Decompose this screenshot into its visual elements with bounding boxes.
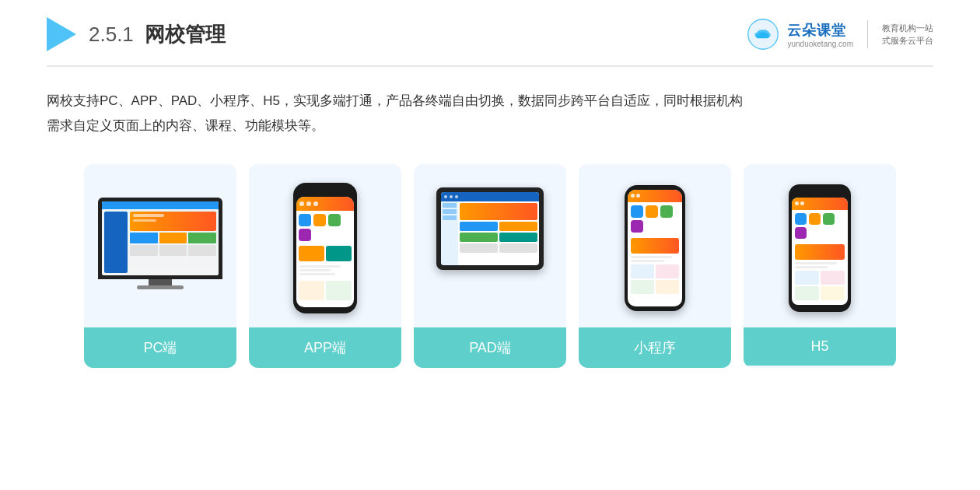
tablet-grid: [460, 222, 537, 253]
h5-icon3: [823, 213, 835, 225]
app-icon-row: [296, 211, 354, 244]
h5-card2: [821, 271, 845, 285]
card-h5: H5: [744, 164, 896, 368]
h5-phone-notch: [810, 191, 829, 194]
miniprogram-card2: [656, 264, 679, 278]
pc-banner-text1: [133, 214, 164, 217]
app-text-line1: [299, 265, 341, 268]
app-content-row1: [296, 244, 354, 263]
h5-line2: [795, 266, 828, 268]
app-icon1: [299, 214, 311, 226]
app-screen-top: [296, 197, 354, 211]
tablet-dot2: [450, 195, 453, 198]
miniprogram-dot2: [636, 194, 640, 198]
miniprogram-icon4: [631, 220, 643, 233]
card-miniprogram-image: [579, 164, 731, 327]
miniprogram-card3: [631, 280, 654, 294]
miniprogram-phone-mockup: [625, 185, 685, 311]
tablet-content: [441, 201, 539, 265]
pc-screen-content: [102, 201, 219, 275]
miniprogram-row2: [631, 280, 679, 294]
tablet-sidebar: [441, 201, 458, 265]
pc-base: [137, 285, 184, 289]
page-title: 2.5.1 网校管理: [89, 21, 226, 48]
tablet-grid-item1: [460, 222, 498, 231]
app-icon2: [313, 214, 326, 226]
page-container: 2.5.1 网校管理 云朵课堂 yunduoketang.com 教育机构一站 …: [0, 0, 980, 490]
miniprogram-line2: [631, 260, 664, 262]
pc-nav-bar: [102, 201, 219, 209]
pc-screen-outer: [98, 198, 222, 279]
h5-content: [792, 242, 848, 303]
h5-card1: [795, 271, 819, 285]
tablet-banner: [460, 203, 537, 220]
app-phone-mockup: [293, 183, 357, 313]
app-phone-screen: [296, 197, 354, 307]
h5-phone-mockup: [789, 184, 851, 312]
miniprogram-icons: [628, 202, 682, 236]
app-icon3: [328, 214, 341, 226]
h5-dot2: [800, 201, 804, 205]
miniprogram-dot1: [631, 194, 635, 198]
h5-line1: [795, 262, 837, 264]
cloud-logo-icon: [747, 18, 779, 51]
h5-banner: [795, 244, 845, 260]
h5-row2: [795, 286, 845, 300]
miniprogram-row1: [631, 264, 679, 278]
pc-main-content: [130, 212, 216, 273]
card-app-image: [249, 164, 401, 327]
tablet-mockup: [436, 187, 544, 270]
tablet-grid-item5: [460, 243, 498, 253]
app-content1: [299, 246, 324, 261]
tablet-sidebar-item2: [443, 209, 457, 214]
h5-phone-screen: [792, 198, 848, 305]
miniprogram-banner: [631, 238, 679, 254]
pc-card-gray1: [130, 245, 158, 256]
miniprogram-card1: [631, 264, 654, 278]
app-text-line2: [299, 269, 331, 271]
h5-card3: [795, 286, 819, 300]
pc-row1: [130, 233, 216, 243]
pc-banner: [130, 212, 216, 231]
pc-card-gray3: [188, 245, 216, 256]
pc-card-gray2: [159, 245, 187, 256]
miniprogram-top-bar: [628, 190, 682, 202]
h5-card4: [821, 286, 845, 300]
logo-text-block: 云朵课堂 yunduoketang.com: [787, 21, 853, 48]
app-icon4: [299, 229, 311, 241]
pc-card-green: [188, 233, 216, 243]
tablet-sidebar-item1: [443, 203, 457, 208]
app-screen-dot2: [306, 201, 311, 206]
h5-top-bar: [792, 198, 848, 210]
phone-notch: [314, 189, 336, 194]
card-miniprogram-label: 小程序: [579, 327, 731, 368]
app-text-line3: [299, 273, 335, 275]
tablet-grid-item6: [499, 243, 537, 253]
h5-icon1: [795, 213, 807, 225]
description-block: 网校支持PC、APP、PAD、小程序、H5，实现多端打通，产品各终端自由切换，数…: [47, 89, 933, 139]
card-pc-image: [84, 164, 236, 327]
app-content4: [326, 281, 352, 300]
app-screen-dot3: [313, 201, 318, 206]
logo-divider: [867, 20, 868, 48]
pc-banner-text2: [133, 219, 156, 222]
tablet-dot1: [444, 195, 447, 198]
h5-dot1: [795, 201, 799, 205]
logo-area: 云朵课堂 yunduoketang.com 教育机构一站 式服务云平台: [747, 18, 933, 51]
logo-name: 云朵课堂: [787, 21, 846, 40]
card-pad-label: PAD端: [414, 327, 566, 368]
card-app: APP端: [249, 164, 401, 368]
description-line2: 需求自定义页面上的内容、课程、功能模块等。: [47, 114, 933, 138]
app-text-lines: [296, 263, 354, 279]
tablet-grid-item3: [460, 233, 498, 242]
card-pc-label: PC端: [84, 327, 236, 368]
card-pc: PC端: [84, 164, 236, 368]
card-h5-label: H5: [744, 327, 896, 366]
section-number: 2.5.1: [89, 23, 134, 46]
description-line1: 网校支持PC、APP、PAD、小程序、H5，实现多端打通，产品各终端自由切换，数…: [47, 89, 933, 114]
h5-icon4: [795, 227, 807, 239]
pc-card-orange: [159, 233, 187, 243]
card-pad-image: [414, 164, 566, 327]
miniprogram-card4: [656, 280, 679, 294]
logo-slogan: 教育机构一站 式服务云平台: [882, 22, 933, 47]
